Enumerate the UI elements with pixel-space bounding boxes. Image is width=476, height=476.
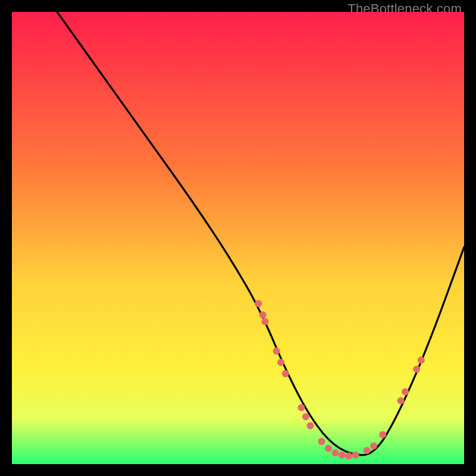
sample-point [255,300,262,307]
sample-point [339,452,346,459]
sample-point [302,413,309,420]
sample-point [282,370,289,377]
sample-point [379,431,386,439]
sample-point [413,365,420,372]
chart-frame [12,12,464,464]
sample-point [277,359,284,366]
sample-point [397,397,405,405]
sample-point [259,311,267,318]
sample-point [345,452,352,459]
sample-point [352,452,359,459]
sample-point [418,356,425,364]
sample-point [262,318,269,325]
sample-point [325,444,332,452]
sample-point [370,443,377,450]
sample-point [273,347,280,355]
sample-point [298,404,305,411]
sample-point [331,449,339,456]
sample-point [402,388,409,395]
sample-point [318,438,325,445]
gradient-background [12,12,464,464]
sample-point [364,447,371,454]
sample-point [307,422,314,429]
chart-svg [12,12,464,464]
